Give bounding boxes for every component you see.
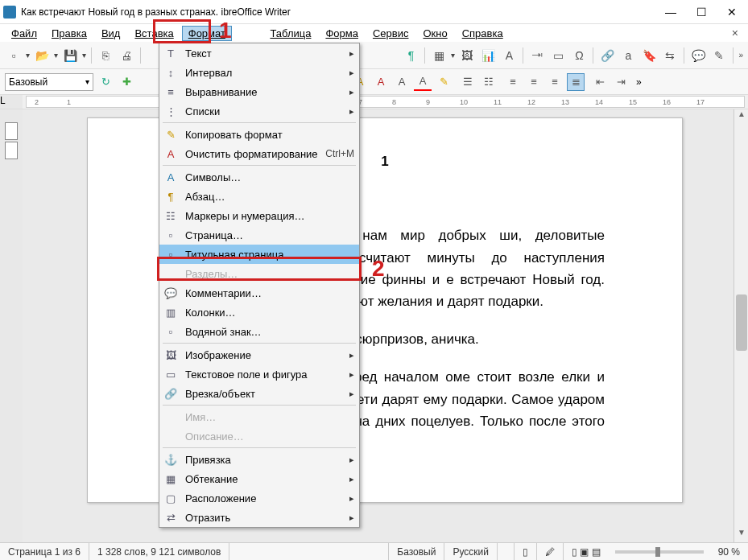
- menu-character[interactable]: AСимволы…: [159, 167, 359, 187]
- menu-table[interactable]: Таблица: [263, 26, 317, 41]
- toolbar2-overflow[interactable]: »: [636, 76, 642, 88]
- new-doc-icon[interactable]: ▫: [5, 47, 23, 64]
- maximize-button[interactable]: ☐: [693, 6, 709, 19]
- indent-inc-icon[interactable]: ⇥: [612, 73, 630, 91]
- menu-text[interactable]: TТекст▸: [159, 43, 359, 63]
- comment-icon[interactable]: 💬: [689, 47, 707, 64]
- menu-spacing[interactable]: ↕Интервал▸: [159, 63, 359, 82]
- menu-view[interactable]: Вид: [95, 26, 127, 41]
- char-bg-icon[interactable]: A: [393, 73, 411, 91]
- text-icon: T: [163, 46, 179, 60]
- menu-bar: Файл Правка Вид Вставка Формат xxx Табли…: [0, 24, 748, 42]
- bookmark-icon[interactable]: 🔖: [640, 47, 658, 64]
- menu-arrange[interactable]: ▢Расположение▸: [159, 488, 359, 508]
- field-icon[interactable]: ▭: [549, 47, 567, 64]
- brush-icon: ✎: [163, 127, 179, 142]
- specialchar-icon[interactable]: Ω: [570, 47, 588, 64]
- menu-wrap[interactable]: ▦Обтекание▸: [159, 469, 359, 488]
- indent-dec-icon[interactable]: ⇤: [591, 73, 609, 91]
- close-document-button[interactable]: ×: [727, 27, 743, 39]
- export-pdf-icon[interactable]: ⎘: [97, 47, 114, 64]
- menu-window[interactable]: Окно: [416, 26, 453, 41]
- pagebreak-icon[interactable]: ⭲: [528, 47, 546, 64]
- menu-file[interactable]: Файл: [5, 26, 43, 41]
- menu-textbox-shape[interactable]: ▭Текстовое поле и фигура▸: [159, 364, 359, 384]
- zoom-slider[interactable]: [615, 550, 704, 554]
- fontcolor-icon[interactable]: A: [372, 73, 390, 91]
- image-icon[interactable]: 🖼: [458, 47, 476, 64]
- menu-tools[interactable]: Сервис: [366, 26, 415, 41]
- document-viewport[interactable]: 1 зных странах й праздник, открывающий н…: [23, 109, 734, 542]
- scroll-thumb[interactable]: [736, 294, 747, 351]
- menu-flip[interactable]: ⇄Отразить▸: [159, 508, 359, 527]
- align-justify-icon[interactable]: ≣: [567, 73, 585, 91]
- status-bar: Страница 1 из 6 1 328 слов, 9 121 символ…: [0, 542, 748, 560]
- menu-help[interactable]: Справка: [456, 26, 510, 41]
- chart-icon[interactable]: 📊: [479, 47, 497, 64]
- clear-formatting-icon[interactable]: ✎: [435, 73, 453, 91]
- align-center-icon[interactable]: ≡: [525, 73, 543, 91]
- status-page[interactable]: Страница 1 из 6: [0, 543, 89, 560]
- watermark-icon: ▫: [163, 324, 179, 339]
- status-style[interactable]: Базовый: [389, 543, 444, 560]
- status-wordcount[interactable]: 1 328 слов, 9 121 символов: [89, 543, 229, 560]
- menu-paragraph[interactable]: ¶Абзац…: [159, 187, 359, 206]
- menu-page[interactable]: ▫Страница…: [159, 225, 359, 245]
- close-button[interactable]: ✕: [724, 6, 740, 19]
- align-left-icon[interactable]: ≡: [504, 73, 522, 91]
- pilcrow-icon[interactable]: ¶: [402, 47, 419, 64]
- ruler-bar: L 2 1 6 7 8 9 10 11 12 13 14 15 16 17: [0, 95, 748, 109]
- status-zoom[interactable]: 90 %: [710, 543, 748, 560]
- status-language[interactable]: Русский: [444, 543, 498, 560]
- status-insert[interactable]: [498, 543, 515, 560]
- footnote-icon[interactable]: a: [619, 47, 637, 64]
- status-selection[interactable]: ▯: [515, 543, 537, 560]
- toolbar-overflow[interactable]: »: [738, 51, 743, 60]
- formatting-toolbar: Базовый ▾ ↻ ✚ A A A A ✎ ☰ ☷ ≡ ≡ ≡ ≣ ⇤ ⇥ …: [0, 69, 748, 95]
- status-spacer: [229, 543, 389, 560]
- paragraph-style-combo[interactable]: Базовый ▾: [5, 73, 93, 91]
- menu-form[interactable]: Форма: [319, 26, 365, 41]
- vertical-scrollbar[interactable]: ▲ ▼: [734, 109, 748, 542]
- menu-lists[interactable]: ⋮Списки▸: [159, 101, 359, 121]
- menu-name: Имя…: [159, 407, 359, 426]
- para-icon: ¶: [163, 189, 179, 204]
- open-icon[interactable]: 📂: [33, 47, 51, 64]
- crossref-icon[interactable]: ⇆: [661, 47, 679, 64]
- status-sig[interactable]: 🖉: [537, 543, 564, 560]
- menu-bullets[interactable]: ☷Маркеры и нумерация…: [159, 206, 359, 225]
- menu-anchor[interactable]: ⚓Привязка▸: [159, 450, 359, 469]
- update-style-icon[interactable]: ↻: [97, 73, 114, 91]
- menu-image[interactable]: 🖼Изображение▸: [159, 345, 359, 364]
- bullet-list-icon[interactable]: ☰: [459, 73, 477, 91]
- menu-columns[interactable]: ▥Колонки…: [159, 303, 359, 322]
- textbox-icon[interactable]: A: [500, 47, 518, 64]
- app-icon: [3, 6, 16, 19]
- status-view-icons[interactable]: ▯ ▣ ▤: [564, 543, 609, 560]
- minimize-button[interactable]: —: [663, 6, 679, 19]
- save-icon[interactable]: 💾: [61, 47, 79, 64]
- page-thumb[interactable]: [5, 122, 18, 140]
- menu-clear-formatting[interactable]: AОчистить форматированиеCtrl+M: [159, 144, 359, 163]
- new-style-icon[interactable]: ✚: [118, 73, 135, 91]
- menu-comments[interactable]: 💬Комментарии…: [159, 283, 359, 303]
- format-dropdown: TТекст▸ ↕Интервал▸ ≡Выравнивание▸ ⋮Списк…: [159, 43, 360, 528]
- hyperlink-icon[interactable]: 🔗: [598, 47, 616, 64]
- underline-color-icon[interactable]: A: [414, 73, 432, 91]
- horizontal-ruler[interactable]: 2 1 6 7 8 9 10 11 12 13 14 15 16 17: [26, 96, 745, 108]
- page-thumb[interactable]: [5, 142, 18, 159]
- textbox-icon: ▭: [163, 367, 179, 381]
- menu-frame[interactable]: 🔗Врезка/объект▸: [159, 384, 359, 403]
- number-list-icon[interactable]: ☷: [480, 73, 498, 91]
- print-icon[interactable]: 🖨: [118, 47, 135, 64]
- document-area: 1 зных странах й праздник, открывающий н…: [0, 109, 748, 542]
- menu-clone-formatting[interactable]: ✎Копировать формат: [159, 125, 359, 144]
- trackchanges-icon[interactable]: ✎: [710, 47, 728, 64]
- scroll-up-icon[interactable]: ▲: [734, 109, 748, 124]
- table-icon[interactable]: ▦: [430, 47, 448, 64]
- menu-edit[interactable]: Правка: [45, 26, 93, 41]
- align-right-icon[interactable]: ≡: [546, 73, 564, 91]
- scroll-down-icon[interactable]: ▼: [734, 528, 748, 542]
- menu-watermark[interactable]: ▫Водяной знак…: [159, 322, 359, 341]
- menu-align[interactable]: ≡Выравнивание▸: [159, 82, 359, 101]
